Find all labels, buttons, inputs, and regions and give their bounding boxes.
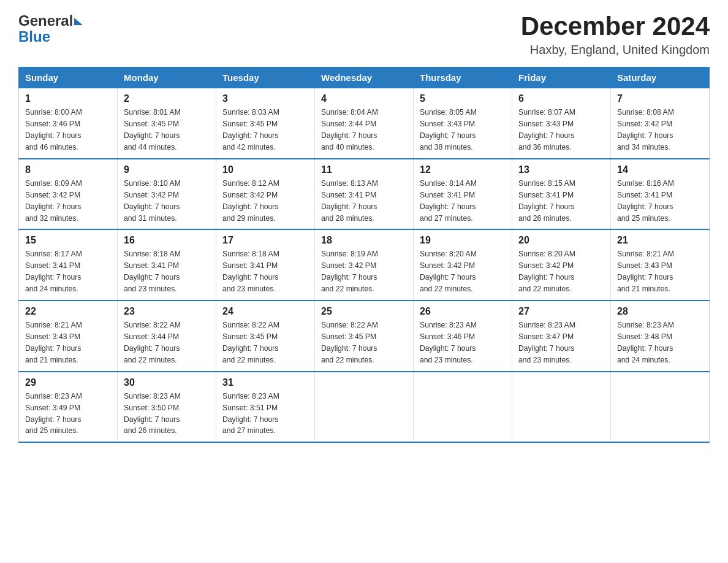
calendar-week-row: 1 Sunrise: 8:00 AM Sunset: 3:46 PM Dayli…	[19, 88, 710, 159]
day-info: Sunrise: 8:21 AM Sunset: 3:43 PM Dayligh…	[617, 248, 703, 295]
day-info: Sunrise: 8:10 AM Sunset: 3:42 PM Dayligh…	[124, 178, 210, 224]
day-info: Sunrise: 8:12 AM Sunset: 3:42 PM Dayligh…	[222, 178, 308, 224]
calendar-header-row: SundayMondayTuesdayWednesdayThursdayFrid…	[19, 67, 710, 88]
day-number: 13	[518, 164, 604, 175]
calendar-day-cell: 7 Sunrise: 8:08 AM Sunset: 3:42 PM Dayli…	[611, 88, 710, 159]
day-number: 26	[420, 306, 506, 317]
logo-general-text: General	[18, 12, 73, 29]
day-info: Sunrise: 8:00 AM Sunset: 3:46 PM Dayligh…	[25, 107, 111, 153]
calendar-day-cell: 18 Sunrise: 8:19 AM Sunset: 3:42 PM Dayl…	[315, 229, 414, 301]
day-number: 22	[25, 306, 111, 317]
day-of-week-header: Sunday	[19, 67, 118, 88]
logo: General Blue	[18, 12, 83, 45]
day-info: Sunrise: 8:18 AM Sunset: 3:41 PM Dayligh…	[222, 248, 308, 295]
calendar-day-cell: 22 Sunrise: 8:21 AM Sunset: 3:43 PM Dayl…	[19, 301, 118, 372]
day-info: Sunrise: 8:23 AM Sunset: 3:47 PM Dayligh…	[518, 320, 604, 366]
day-number: 24	[222, 306, 308, 317]
day-info: Sunrise: 8:23 AM Sunset: 3:51 PM Dayligh…	[222, 391, 308, 437]
calendar-day-cell: 3 Sunrise: 8:03 AM Sunset: 3:45 PM Dayli…	[216, 88, 315, 159]
calendar-day-cell: 8 Sunrise: 8:09 AM Sunset: 3:42 PM Dayli…	[19, 159, 118, 230]
day-info: Sunrise: 8:22 AM Sunset: 3:45 PM Dayligh…	[321, 320, 407, 366]
calendar-day-cell: 17 Sunrise: 8:18 AM Sunset: 3:41 PM Dayl…	[216, 229, 315, 301]
day-info: Sunrise: 8:14 AM Sunset: 3:41 PM Dayligh…	[420, 178, 506, 224]
day-info: Sunrise: 8:22 AM Sunset: 3:44 PM Dayligh…	[124, 320, 210, 366]
calendar-day-cell: 30 Sunrise: 8:23 AM Sunset: 3:50 PM Dayl…	[118, 372, 216, 443]
day-number: 7	[617, 93, 703, 104]
calendar-day-cell: 24 Sunrise: 8:22 AM Sunset: 3:45 PM Dayl…	[216, 301, 315, 372]
day-info: Sunrise: 8:08 AM Sunset: 3:42 PM Dayligh…	[617, 107, 703, 153]
day-number: 17	[222, 235, 308, 246]
day-info: Sunrise: 8:15 AM Sunset: 3:41 PM Dayligh…	[518, 178, 604, 224]
day-number: 9	[124, 164, 210, 175]
page-header: General Blue December 2024 Haxby, Englan…	[18, 12, 710, 57]
day-info: Sunrise: 8:20 AM Sunset: 3:42 PM Dayligh…	[518, 248, 604, 295]
day-number: 15	[25, 235, 111, 246]
day-of-week-header: Friday	[512, 67, 611, 88]
day-number: 20	[518, 235, 604, 246]
day-info: Sunrise: 8:23 AM Sunset: 3:48 PM Dayligh…	[617, 320, 703, 366]
calendar-day-cell	[512, 372, 611, 443]
day-number: 11	[321, 164, 407, 175]
day-number: 28	[617, 306, 703, 317]
day-info: Sunrise: 8:03 AM Sunset: 3:45 PM Dayligh…	[222, 107, 308, 153]
day-number: 21	[617, 235, 703, 246]
day-info: Sunrise: 8:18 AM Sunset: 3:41 PM Dayligh…	[124, 248, 210, 295]
calendar-day-cell: 26 Sunrise: 8:23 AM Sunset: 3:46 PM Dayl…	[414, 301, 512, 372]
day-info: Sunrise: 8:23 AM Sunset: 3:50 PM Dayligh…	[124, 391, 210, 437]
calendar-week-row: 29 Sunrise: 8:23 AM Sunset: 3:49 PM Dayl…	[19, 372, 710, 443]
day-info: Sunrise: 8:19 AM Sunset: 3:42 PM Dayligh…	[321, 248, 407, 295]
day-number: 10	[222, 164, 308, 175]
day-info: Sunrise: 8:21 AM Sunset: 3:43 PM Dayligh…	[25, 320, 111, 366]
day-number: 27	[518, 306, 604, 317]
calendar-day-cell	[414, 372, 512, 443]
calendar-week-row: 15 Sunrise: 8:17 AM Sunset: 3:41 PM Dayl…	[19, 229, 710, 301]
logo-arrow-icon	[74, 18, 83, 25]
day-number: 12	[420, 164, 506, 175]
day-number: 2	[124, 93, 210, 104]
day-number: 31	[222, 377, 308, 388]
calendar-day-cell: 14 Sunrise: 8:16 AM Sunset: 3:41 PM Dayl…	[611, 159, 710, 230]
day-number: 29	[25, 377, 111, 388]
day-number: 5	[420, 93, 506, 104]
day-number: 18	[321, 235, 407, 246]
day-info: Sunrise: 8:04 AM Sunset: 3:44 PM Dayligh…	[321, 107, 407, 153]
day-info: Sunrise: 8:01 AM Sunset: 3:45 PM Dayligh…	[124, 107, 210, 153]
calendar-week-row: 22 Sunrise: 8:21 AM Sunset: 3:43 PM Dayl…	[19, 301, 710, 372]
day-info: Sunrise: 8:17 AM Sunset: 3:41 PM Dayligh…	[25, 248, 111, 295]
day-info: Sunrise: 8:22 AM Sunset: 3:45 PM Dayligh…	[222, 320, 308, 366]
day-number: 16	[124, 235, 210, 246]
day-number: 30	[124, 377, 210, 388]
day-info: Sunrise: 8:13 AM Sunset: 3:41 PM Dayligh…	[321, 178, 407, 224]
calendar-day-cell: 15 Sunrise: 8:17 AM Sunset: 3:41 PM Dayl…	[19, 229, 118, 301]
calendar-day-cell: 28 Sunrise: 8:23 AM Sunset: 3:48 PM Dayl…	[611, 301, 710, 372]
calendar-day-cell: 6 Sunrise: 8:07 AM Sunset: 3:43 PM Dayli…	[512, 88, 611, 159]
calendar-day-cell	[611, 372, 710, 443]
day-number: 14	[617, 164, 703, 175]
calendar-day-cell: 19 Sunrise: 8:20 AM Sunset: 3:42 PM Dayl…	[414, 229, 512, 301]
day-info: Sunrise: 8:23 AM Sunset: 3:46 PM Dayligh…	[420, 320, 506, 366]
calendar-day-cell: 23 Sunrise: 8:22 AM Sunset: 3:44 PM Dayl…	[118, 301, 216, 372]
calendar-week-row: 8 Sunrise: 8:09 AM Sunset: 3:42 PM Dayli…	[19, 159, 710, 230]
calendar-day-cell: 12 Sunrise: 8:14 AM Sunset: 3:41 PM Dayl…	[414, 159, 512, 230]
day-number: 3	[222, 93, 308, 104]
calendar-day-cell	[315, 372, 414, 443]
calendar-table: SundayMondayTuesdayWednesdayThursdayFrid…	[18, 67, 710, 443]
calendar-day-cell: 27 Sunrise: 8:23 AM Sunset: 3:47 PM Dayl…	[512, 301, 611, 372]
calendar-day-cell: 5 Sunrise: 8:05 AM Sunset: 3:43 PM Dayli…	[414, 88, 512, 159]
calendar-day-cell: 4 Sunrise: 8:04 AM Sunset: 3:44 PM Dayli…	[315, 88, 414, 159]
day-info: Sunrise: 8:07 AM Sunset: 3:43 PM Dayligh…	[518, 107, 604, 153]
day-info: Sunrise: 8:16 AM Sunset: 3:41 PM Dayligh…	[617, 178, 703, 224]
day-number: 6	[518, 93, 604, 104]
title-block: December 2024 Haxby, England, United Kin…	[521, 12, 710, 57]
day-info: Sunrise: 8:05 AM Sunset: 3:43 PM Dayligh…	[420, 107, 506, 153]
calendar-day-cell: 11 Sunrise: 8:13 AM Sunset: 3:41 PM Dayl…	[315, 159, 414, 230]
day-of-week-header: Monday	[118, 67, 216, 88]
calendar-day-cell: 25 Sunrise: 8:22 AM Sunset: 3:45 PM Dayl…	[315, 301, 414, 372]
calendar-day-cell: 2 Sunrise: 8:01 AM Sunset: 3:45 PM Dayli…	[118, 88, 216, 159]
calendar-day-cell: 31 Sunrise: 8:23 AM Sunset: 3:51 PM Dayl…	[216, 372, 315, 443]
day-number: 25	[321, 306, 407, 317]
calendar-day-cell: 21 Sunrise: 8:21 AM Sunset: 3:43 PM Dayl…	[611, 229, 710, 301]
calendar-day-cell: 9 Sunrise: 8:10 AM Sunset: 3:42 PM Dayli…	[118, 159, 216, 230]
calendar-day-cell: 20 Sunrise: 8:20 AM Sunset: 3:42 PM Dayl…	[512, 229, 611, 301]
day-number: 19	[420, 235, 506, 246]
